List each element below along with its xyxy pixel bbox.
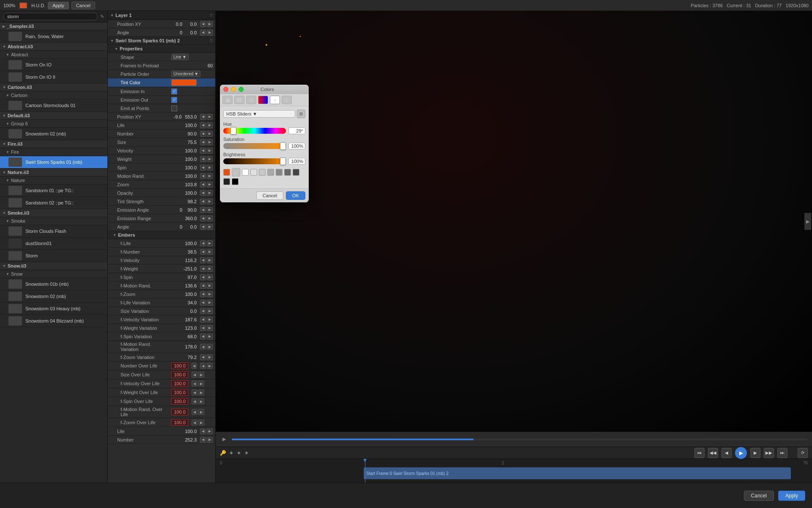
sub-group-abstract-header[interactable]: ▼ Abstract [0, 51, 107, 59]
left-btn[interactable]: ◀ [200, 291, 206, 297]
left-btn[interactable]: ◀ [200, 199, 206, 204]
left-btn[interactable]: ◀ [200, 224, 206, 230]
right-btn[interactable]: ▶ [207, 139, 213, 145]
hue-value-input[interactable] [288, 127, 305, 134]
right-btn[interactable]: ▶ [207, 325, 213, 331]
add-kf-btn2[interactable]: ✦ [236, 450, 241, 456]
search-input[interactable] [3, 13, 98, 20]
right-btn[interactable]: ▶ [198, 381, 204, 387]
color-sliders-tab[interactable]: ▊▊ [234, 96, 244, 104]
right-btn[interactable]: ▶ [207, 249, 213, 255]
left-btn[interactable]: ◀ [200, 21, 206, 27]
left-btn[interactable]: ◀ [192, 381, 198, 387]
step-back-btn[interactable]: ◀ [721, 448, 732, 458]
saturation-slider-track[interactable] [223, 143, 286, 149]
library-group-smoke-header[interactable]: ▼ Smoke.ii3 [0, 209, 107, 217]
play-icon[interactable]: ▶ [220, 435, 228, 444]
swatch-3[interactable] [267, 169, 274, 176]
right-btn[interactable]: ▶ [207, 114, 213, 120]
hue-slider-thumb[interactable] [230, 127, 236, 135]
left-btn[interactable]: ◀ [200, 266, 206, 272]
right-btn[interactable]: ▶ [198, 420, 204, 425]
sub-group-fire-header[interactable]: ▼ Fire [0, 148, 107, 156]
go-start-btn[interactable]: ⏮ [694, 448, 705, 458]
right-btn[interactable]: ▶ [207, 30, 213, 36]
emitter-header[interactable]: ▼ Swirl Storm Sparks 01 (mb) 2 ⠿ [108, 37, 215, 45]
loop-icon[interactable]: ⟳ [798, 448, 808, 458]
sub-group-smoke-header[interactable]: ▼ Smoke [0, 217, 107, 225]
play-button[interactable]: ▶ [735, 447, 747, 459]
right-btn[interactable]: ▶ [207, 354, 213, 360]
list-item[interactable]: Snowstorm 03 Heavy (mb) [0, 303, 107, 315]
left-btn[interactable]: ◀ [200, 165, 206, 171]
list-item[interactable]: Storm On IO II [0, 71, 107, 83]
sub-group-default-header[interactable]: ▼ Group 6 [0, 120, 107, 128]
library-group-cartoon-header[interactable]: ▼ Cartoon.ii3 [0, 83, 107, 91]
emission-out-checkbox[interactable]: ✓ [171, 97, 177, 103]
left-btn[interactable]: ◀ [200, 148, 206, 154]
right-btn[interactable]: ▶ [198, 398, 204, 404]
right-btn[interactable]: ▶ [207, 173, 213, 179]
brightness-slider-thumb[interactable] [280, 157, 286, 165]
left-btn[interactable]: ◀ [200, 131, 206, 137]
color-wheel-tab[interactable]: ⬤ [222, 96, 233, 104]
right-btn[interactable]: ▶ [207, 266, 213, 272]
left-btn[interactable]: ◀ [192, 398, 198, 404]
color-more-tab[interactable]: ⊟ [282, 96, 292, 104]
right-btn[interactable]: ▶ [207, 21, 213, 27]
list-item[interactable]: Snowstorm 02 (mb) [0, 128, 107, 140]
right-btn[interactable]: ▶ [207, 240, 213, 246]
edit-icon[interactable]: ✎ [100, 14, 104, 19]
left-btn[interactable]: ◀ [200, 283, 206, 289]
right-btn[interactable]: ▶ [207, 300, 213, 306]
left-btn[interactable]: ◀ [200, 240, 206, 246]
add-kf-btn3[interactable]: ✦ [244, 450, 249, 456]
list-item[interactable]: dustStorm01 [0, 237, 107, 250]
close-button[interactable] [223, 87, 228, 92]
colors-ok-button[interactable]: OK [286, 191, 305, 200]
bottom-cancel-button[interactable]: Cancel [744, 491, 774, 501]
emit-at-points-checkbox[interactable] [171, 105, 177, 111]
key-icon[interactable]: 🔑 [220, 450, 226, 456]
swatch-1[interactable] [250, 169, 257, 176]
color-spectrum-tab[interactable] [258, 96, 268, 104]
swatch-black[interactable] [232, 178, 239, 185]
list-item[interactable]: Sandstorm 01 ::pe TG:: [0, 185, 107, 197]
embers-header[interactable]: ▼ Embers [108, 231, 215, 239]
swatch-4[interactable] [276, 169, 283, 176]
step-fwd-btn[interactable]: ▶ [750, 448, 760, 458]
left-btn[interactable]: ◀ [192, 409, 198, 415]
right-btn[interactable]: ▶ [207, 199, 213, 204]
eyedropper-button[interactable]: 🖊 [232, 168, 240, 177]
list-item[interactable]: Snowstorm 01b (mb) [0, 278, 107, 290]
swatch-7[interactable] [223, 178, 230, 185]
active-color-swatch[interactable] [223, 169, 230, 176]
right-btn[interactable]: ▶ [207, 224, 213, 230]
left-btn[interactable]: ◀ [200, 122, 206, 128]
right-btn[interactable]: ▶ [207, 437, 213, 443]
list-item[interactable]: Storm Clouds Flash [0, 225, 107, 237]
list-item[interactable]: Rain, Snow, Water [0, 30, 107, 43]
color-mode-dropdown[interactable]: HSB Sliders ▼ [223, 110, 295, 118]
left-btn[interactable]: ◀ [200, 114, 206, 120]
left-btn[interactable]: ◀ [192, 372, 198, 378]
left-btn[interactable]: ◀ [200, 190, 206, 196]
left-btn[interactable]: ◀ [200, 437, 206, 443]
brightness-slider-track[interactable] [223, 158, 286, 164]
top-apply-button[interactable]: Apply [48, 2, 69, 9]
list-item[interactable]: Cartoon Stormclouds 01 [0, 99, 107, 112]
right-btn[interactable]: ▶ [207, 428, 213, 434]
fwd-btn[interactable]: ▶▶ [764, 448, 774, 458]
swatch-2[interactable] [259, 169, 266, 176]
right-btn[interactable]: ▶ [207, 148, 213, 154]
left-btn[interactable]: ◀ [200, 334, 206, 340]
right-btn[interactable]: ▶ [207, 257, 213, 263]
right-btn[interactable]: ▶ [207, 131, 213, 137]
sub-group-nature-header[interactable]: ▼ Nature [0, 177, 107, 185]
left-btn[interactable]: ◀ [192, 389, 198, 395]
right-btn[interactable]: ▶ [207, 317, 213, 323]
swatch-6[interactable] [293, 169, 299, 176]
rewind-btn[interactable]: ◀◀ [708, 448, 718, 458]
swatch-white[interactable] [242, 169, 249, 176]
left-btn[interactable]: ◀ [200, 308, 206, 314]
